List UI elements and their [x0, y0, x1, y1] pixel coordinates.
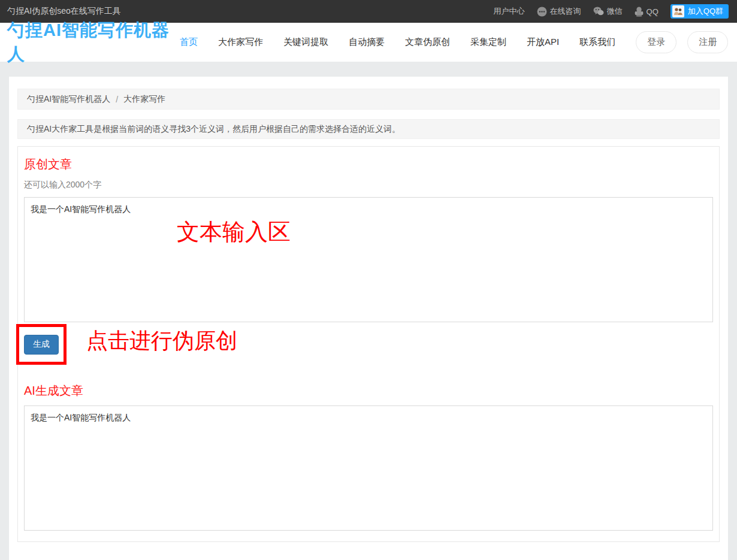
generate-row: 生成 点击进行伪原创 [24, 324, 713, 365]
main-nav: 首页 大作家写作 关键词提取 自动摘要 文章伪原创 采集定制 开放API 联系我… [180, 37, 636, 48]
breadcrumb-current[interactable]: 大作家写作 [123, 94, 165, 105]
qq-link[interactable]: QQ [635, 7, 659, 17]
site-logo[interactable]: 勺捏AI智能写作机器人 [7, 19, 180, 66]
topbar-links: 用户中心 在线咨询 [494, 4, 729, 19]
login-button[interactable]: 登录 [636, 31, 676, 53]
wechat-link[interactable]: 微信 [593, 6, 623, 17]
nav-item-pseudo-original[interactable]: 文章伪原创 [405, 37, 450, 48]
nav-item-contact[interactable]: 联系我们 [579, 37, 615, 48]
chat-bubble-icon [537, 7, 547, 17]
tool-intro-bar: 勺捏AI大作家工具是根据当前词的语义寻找3个近义词，然后用户根据自己的需求选择合… [17, 119, 720, 139]
qq-penguin-icon [635, 7, 644, 17]
online-support-link[interactable]: 在线咨询 [537, 6, 581, 17]
generate-button[interactable]: 生成 [24, 335, 59, 355]
annotation-generate-hint: 点击进行伪原创 [86, 326, 237, 356]
remaining-chars-hint: 还可以输入2000个字 [24, 179, 713, 190]
qq-group-people-icon [672, 5, 684, 17]
qq-label: QQ [647, 7, 659, 16]
main-header: 勺捏AI智能写作机器人 首页 大作家写作 关键词提取 自动摘要 文章伪原创 采集… [0, 23, 737, 62]
breadcrumb: 勺捏AI智能写作机器人 / 大作家写作 [17, 89, 720, 110]
nav-item-home[interactable]: 首页 [180, 37, 198, 48]
join-qq-group-label: 加入QQ群 [688, 6, 723, 17]
content-container: 勺捏AI智能写作机器人 / 大作家写作 勺捏AI大作家工具是根据当前词的语义寻找… [9, 77, 728, 560]
nav-item-open-api[interactable]: 开放API [527, 37, 559, 48]
nav-item-collect-custom[interactable]: 采集定制 [470, 37, 506, 48]
source-textarea[interactable]: 我是一个AI智能写作机器人 [24, 197, 713, 322]
nav-item-auto-summary[interactable]: 自动摘要 [349, 37, 385, 48]
wechat-label: 微信 [607, 6, 623, 17]
result-textarea[interactable]: 我是一个AI智能写作机器人 [24, 405, 713, 531]
editor-panel: 原创文章 还可以输入2000个字 我是一个AI智能写作机器人 文本输入区 生成 … [17, 146, 720, 542]
result-textarea-wrap: 我是一个AI智能写作机器人 [24, 405, 713, 531]
tool-intro-text: 勺捏AI大作家工具是根据当前词的语义寻找3个近义词，然后用户根据自己的需求选择合… [27, 124, 400, 135]
site-subtitle: 勺捏AI伪原创seo在线写作工具 [7, 6, 121, 17]
auth-buttons: 登录 注册 [636, 31, 728, 53]
source-textarea-wrap: 我是一个AI智能写作机器人 文本输入区 [24, 197, 713, 322]
user-center-link[interactable]: 用户中心 [494, 6, 525, 17]
result-section-title: AI生成文章 [24, 383, 713, 398]
source-section-title: 原创文章 [24, 156, 713, 172]
nav-item-keyword-extract[interactable]: 关键词提取 [283, 37, 328, 48]
wechat-icon [593, 7, 604, 16]
breadcrumb-home[interactable]: 勺捏AI智能写作机器人 [27, 94, 110, 105]
breadcrumb-separator: / [116, 95, 118, 104]
user-center-label: 用户中心 [494, 6, 525, 17]
online-support-label: 在线咨询 [550, 6, 581, 17]
register-button[interactable]: 注册 [687, 31, 728, 53]
nav-item-writer[interactable]: 大作家写作 [218, 37, 263, 48]
annotation-highlight-box: 生成 [16, 324, 67, 365]
page-background: 勺捏AI智能写作机器人 / 大作家写作 勺捏AI大作家工具是根据当前词的语义寻找… [0, 62, 737, 560]
join-qq-group-button[interactable]: 加入QQ群 [670, 4, 729, 19]
